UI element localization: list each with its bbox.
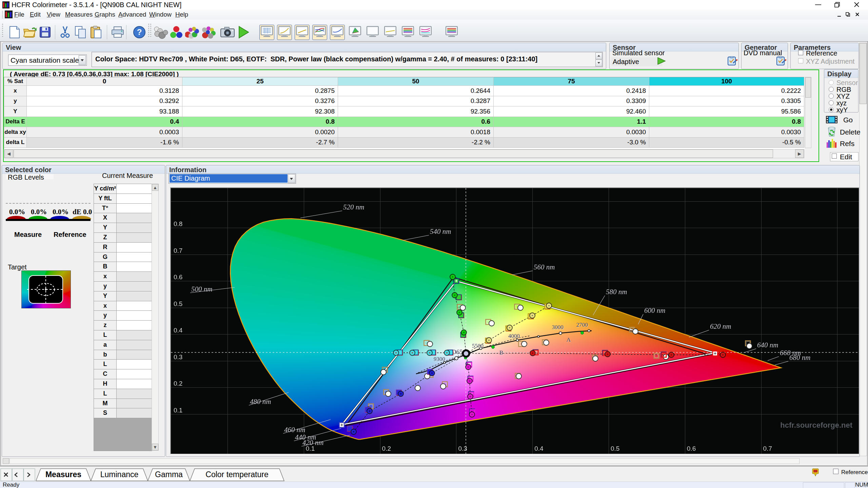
svg-text:Gamma: Gamma: [155, 470, 183, 479]
svg-text:Measures: Measures: [45, 470, 81, 479]
svg-text:Color temperature: Color temperature: [205, 470, 268, 479]
svg-text:Luminance: Luminance: [100, 470, 139, 479]
svg-text:?: ?: [137, 27, 142, 37]
